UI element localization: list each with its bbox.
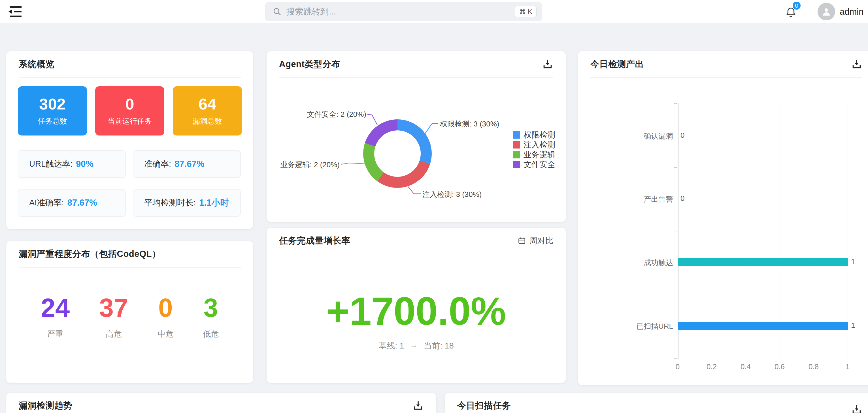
bar-category-label: 已扫描URL [605,321,673,331]
legend-item[interactable]: 注入检测 [513,141,555,148]
x-tick-label: 0 [666,363,689,371]
gridline [746,103,746,359]
severity-critical: 24 严重 [41,295,70,339]
search-shortcut-badge: ⌘ K [515,6,536,17]
metric-label: 准确率: [144,159,171,170]
severity-value: 37 [99,295,128,321]
divider [590,77,862,78]
username-label[interactable]: admin [840,7,864,17]
gridline [712,103,712,359]
search-placeholder: 搜索跳转到... [286,6,515,18]
x-tick-label: 0.8 [802,363,825,371]
x-tick-label: 0.6 [768,363,791,371]
pie-label-inj: 注入检测: 3 (30%) [423,190,482,199]
metric-ai-accuracy: AI准确率:87.67% [18,189,126,217]
axis-tick [674,358,677,359]
search-icon [272,7,282,16]
stat-value: 302 [18,96,87,112]
pie-label-perm: 权限检测: 3 (30%) [440,119,499,129]
card-title-scan: 今日扫描任务 [457,400,511,412]
growth-baseline: 基线: 1 [378,340,404,352]
week-compare-button[interactable]: 周对比 [518,235,553,246]
system-overview-card: 系统概览 302 任务总数 0 当前运行任务 64 漏洞总数 URL触达率:90… [6,51,253,229]
metric-accuracy: 准确率:87.67% [133,150,241,178]
stat-value: 0 [95,96,164,112]
metric-label: 平均检测时长: [144,197,196,208]
card-title-output: 今日检测产出 [590,58,644,70]
dashboard-screen: 搜索跳转到... ⌘ K 0 admin 系统概览 302 任务总数 [0,0,868,413]
h-bar [678,322,848,330]
notifications-button[interactable]: 0 [785,3,805,21]
legend-swatch [513,161,520,168]
calendar-icon [518,237,526,245]
stat-running-tasks: 0 当前运行任务 [95,86,164,136]
bar-category-label: 产出告警 [605,194,673,204]
bar-value-label: 1 [851,321,855,330]
severity-label: 严重 [41,329,70,339]
severity-value: 0 [157,295,174,321]
legend-swatch [513,131,520,139]
metric-label: AI准确率: [29,197,64,208]
axis-tick [674,295,677,295]
user-icon [821,6,832,17]
card-title-overview: 系统概览 [19,58,54,70]
download-icon[interactable] [542,59,553,70]
metric-value: 1.1小时 [199,197,229,209]
severity-high: 37 高危 [99,295,128,339]
search-input[interactable]: 搜索跳转到... ⌘ K [265,2,542,21]
bar-value-label: 0 [680,194,684,203]
divider [279,77,553,78]
today-scan-tasks-card: 今日扫描任务 [445,392,868,413]
chart-legend: 权限检测 注入检测 业务逻辑 文件安全 [513,131,555,171]
growth-rate-value: +1700.0% [267,291,566,331]
menu-fold-icon[interactable] [8,5,22,18]
metric-value: 90% [76,159,93,169]
legend-item[interactable]: 业务逻辑 [513,151,555,159]
legend-item[interactable]: 文件安全 [513,161,555,168]
growth-baseline-row: 基线: 1 → 当前: 18 [267,340,566,352]
vuln-trend-card: 漏洞检测趋势 [6,392,436,413]
download-icon[interactable] [851,404,862,413]
download-icon[interactable] [851,59,862,70]
h-bar [678,258,848,266]
download-icon[interactable] [412,400,424,411]
divider [19,77,241,78]
task-growth-card: 任务完成量增长率 周对比 +1700.0% 基线: 1 → 当前: 18 [267,228,566,383]
severity-value: 24 [41,295,70,321]
x-tick-label: 1 [836,363,859,371]
legend-swatch [513,151,520,159]
gridline [814,103,814,359]
avatar[interactable] [817,3,835,21]
gridline [847,103,848,359]
stat-label: 任务总数 [18,116,87,126]
severity-label: 低危 [203,329,219,339]
pie-label-biz: 业务逻辑: 2 (20%) [270,160,340,170]
stat-value: 64 [173,96,242,112]
metric-url-reach: URL触达率:90% [18,150,126,178]
bar-category-label: 确认漏洞 [605,131,673,141]
notification-count-badge: 0 [792,1,801,10]
card-title-growth: 任务完成量增长率 [279,235,350,247]
severity-low: 3 低危 [203,295,219,339]
today-output-card: 今日检测产出 确认漏洞 产出告警 成功触达 已扫描URL [578,51,868,385]
legend-label: 权限检测 [524,130,555,140]
legend-item[interactable]: 权限检测 [513,131,555,139]
agent-donut [363,119,432,188]
card-title-agent: Agent类型分布 [279,58,340,70]
card-title-trend: 漏洞检测趋势 [19,400,72,412]
metric-label: URL触达率: [29,159,72,170]
x-tick-label: 0.4 [734,363,757,371]
severity-distribution-card: 漏洞严重程度分布（包括CodeQL） 24 严重 37 高危 0 中危 3 低危 [6,241,253,383]
y-axis-line [678,103,679,359]
stat-total-tasks: 302 任务总数 [18,86,87,136]
gridline [780,103,780,359]
axis-tick [674,103,677,104]
top-header: 搜索跳转到... ⌘ K 0 admin [0,0,868,23]
severity-medium: 0 中危 [157,295,174,339]
legend-label: 业务逻辑 [524,149,555,160]
bar-category-label: 成功触达 [605,258,673,268]
bar-value-label: 0 [680,131,684,140]
legend-label: 注入检测 [524,139,555,150]
legend-label: 文件安全 [524,159,555,170]
metric-value: 87.67% [67,198,97,208]
